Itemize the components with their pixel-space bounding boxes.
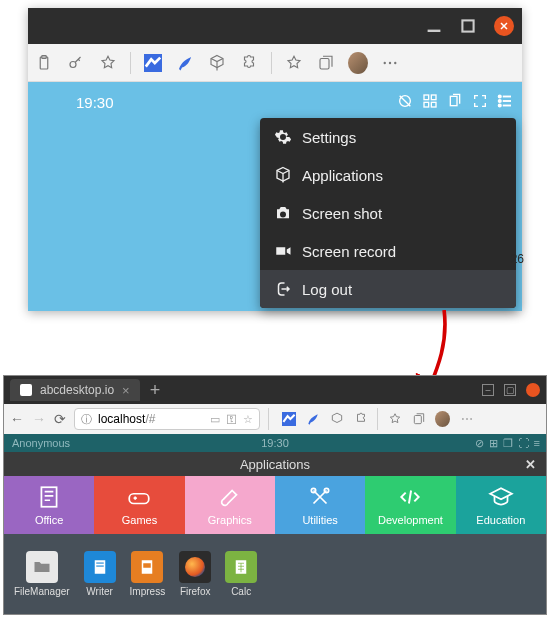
menu-item-label: Log out [302,281,352,298]
url-input[interactable]: ⓘ localhost/# ▭ ⚿ ☆ [74,408,260,430]
star-icon[interactable]: ☆ [243,413,253,426]
star-icon[interactable] [387,412,402,427]
app-firefox[interactable]: Firefox [179,551,211,597]
menu-item-label: Screen shot [302,205,382,222]
separator [130,52,131,74]
more-icon[interactable] [459,412,474,427]
close-button[interactable] [526,383,540,397]
category-label: Graphics [208,514,252,526]
app-label: Writer [86,586,112,597]
user-label: Anonymous [12,437,70,449]
menu-item-label: Screen record [302,243,396,260]
clipboard-icon[interactable]: ▭ [210,413,220,426]
app-icon-1[interactable] [281,412,296,427]
svg-point-24 [462,418,464,420]
more-icon[interactable] [380,53,400,73]
dock-copy-icon[interactable]: ❐ [503,437,513,450]
svg-rect-35 [144,563,152,568]
site-info-icon[interactable]: ⓘ [81,412,92,427]
dock-icons [396,92,514,110]
app-icon-1[interactable] [143,53,163,73]
svg-rect-15 [431,102,436,107]
category-graphics[interactable]: Graphics [185,476,275,534]
app-label: Calc [231,586,251,597]
feather-icon[interactable] [305,412,320,427]
box-icon[interactable] [329,412,344,427]
clipboard-icon[interactable] [34,53,54,73]
maximize-button[interactable]: ▢ [504,384,516,396]
key-icon[interactable] [66,53,86,73]
key-icon[interactable]: ⚿ [226,413,237,426]
reload-button[interactable]: ⟳ [54,411,66,427]
tools-icon [307,484,333,510]
desktop-clock: 19:30 [76,94,114,111]
back-button[interactable]: ← [10,411,24,427]
separator [271,52,272,74]
svg-point-9 [389,61,391,63]
menu-item-label: Applications [302,167,383,184]
browser-toolbar [28,44,522,82]
menu-item-label: Settings [302,129,356,146]
app-grid: FileManager Writer Impress Firefox Calc [4,534,546,614]
dock-menu-icon[interactable] [496,92,514,110]
svg-point-21 [499,104,501,106]
applications-header: Applications ✕ [4,452,546,476]
category-office[interactable]: Office [4,476,94,534]
svg-rect-12 [424,95,429,100]
app-label: FileManager [14,586,70,597]
category-development[interactable]: Development [365,476,455,534]
dock-fullscreen-icon[interactable]: ⛶ [518,437,529,450]
minimize-button[interactable]: – [482,384,494,396]
tab-close-icon[interactable]: × [122,383,130,398]
dock-fullscreen-icon[interactable] [471,92,489,110]
remote-desktop-bar: Anonymous 19:30 ⊘ ⊞ ❐ ⛶ ≡ [4,434,546,452]
menu-logout[interactable]: Log out [260,270,516,308]
app-writer[interactable]: Writer [84,551,116,597]
new-tab-button[interactable]: + [150,380,161,401]
close-button[interactable] [494,16,514,36]
app-filemanager[interactable]: FileManager [14,551,70,597]
menu-screenrecord[interactable]: Screen record [260,232,516,270]
svg-point-10 [394,61,396,63]
category-utilities[interactable]: Utilities [275,476,365,534]
svg-point-19 [499,100,501,102]
app-impress[interactable]: Impress [130,551,166,597]
avatar[interactable] [435,412,450,427]
puzzle-icon[interactable] [239,53,259,73]
category-label: Office [35,514,64,526]
app-calc[interactable]: Calc [225,551,257,597]
cube-icon [274,166,292,184]
separator [377,408,378,430]
favicon [20,384,32,396]
collections-icon[interactable] [316,53,336,73]
dock-network-icon[interactable]: ⊘ [475,437,484,450]
minimize-button[interactable] [426,18,442,34]
dock-menu-icon[interactable]: ≡ [534,437,540,450]
feather-icon[interactable] [175,53,195,73]
category-games[interactable]: Games [94,476,184,534]
gear-icon [274,128,292,146]
forward-button[interactable]: → [32,411,46,427]
category-label: Utilities [302,514,337,526]
star-icon[interactable] [284,53,304,73]
puzzle-icon[interactable] [353,412,368,427]
box-icon[interactable] [207,53,227,73]
separator [268,408,269,430]
avatar[interactable] [348,53,368,73]
dock-grid-icon[interactable] [421,92,439,110]
dock-copy-icon[interactable] [446,92,464,110]
collections-icon[interactable] [411,412,426,427]
category-label: Education [476,514,525,526]
menu-applications[interactable]: Applications [260,156,516,194]
browser-tab[interactable]: abcdesktop.io × [10,379,140,401]
graduation-icon [488,484,514,510]
applications-close-icon[interactable]: ✕ [525,457,536,472]
star-add-icon[interactable] [98,53,118,73]
menu-screenshot[interactable]: Screen shot [260,194,516,232]
svg-point-25 [466,418,468,420]
dock-network-icon[interactable] [396,92,414,110]
dock-grid-icon[interactable]: ⊞ [489,437,498,450]
maximize-button[interactable] [460,18,476,34]
category-education[interactable]: Education [456,476,546,534]
menu-settings[interactable]: Settings [260,118,516,156]
